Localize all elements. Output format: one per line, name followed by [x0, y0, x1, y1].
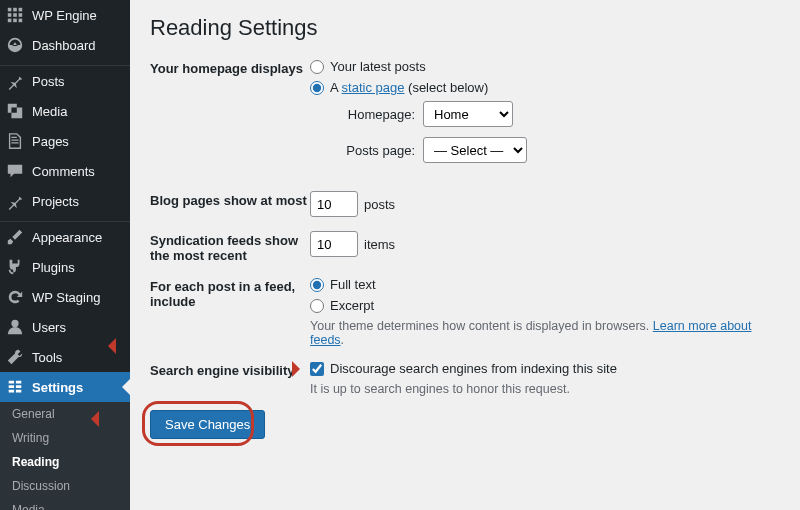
annotation-arrow-icon — [83, 411, 99, 427]
radio-full-text[interactable] — [310, 278, 324, 292]
select-homepage[interactable]: Home — [423, 101, 513, 127]
label-feed-include: For each post in a feed, include — [150, 277, 310, 309]
menu-label: Projects — [32, 194, 79, 209]
radio-label: Full text — [330, 277, 376, 292]
feed-description: Your theme determines how content is dis… — [310, 319, 780, 347]
radio-excerpt[interactable] — [310, 299, 324, 313]
radio-label: A static page (select below) — [330, 80, 488, 95]
page-title: Reading Settings — [150, 15, 780, 41]
input-blog-pages[interactable] — [310, 191, 358, 217]
sev-description: It is up to search engines to honor this… — [310, 382, 780, 396]
sidebar-item-plugins[interactable]: Plugins — [0, 252, 130, 282]
user-icon — [6, 318, 24, 336]
subitem-general[interactable]: General — [0, 402, 130, 426]
checkbox-label: Discourage search engines from indexing … — [330, 361, 617, 376]
label-blog-pages: Blog pages show at most — [150, 191, 310, 208]
menu-label: Pages — [32, 134, 69, 149]
brush-icon — [6, 228, 24, 246]
menu-label: Posts — [32, 74, 65, 89]
menu-label: Tools — [32, 350, 62, 365]
subitem-discussion[interactable]: Discussion — [0, 474, 130, 498]
radio-label: Your latest posts — [330, 59, 426, 74]
svg-rect-3 — [8, 13, 12, 17]
sidebar-item-wpstaging[interactable]: WP Staging — [0, 282, 130, 312]
static-page-link[interactable]: static page — [342, 80, 405, 95]
svg-rect-2 — [19, 8, 23, 12]
annotation-arrow-icon — [292, 361, 308, 377]
radio-latest-posts[interactable] — [310, 60, 324, 74]
settings-icon — [6, 378, 24, 396]
label-homepage: Homepage: — [340, 107, 415, 122]
unit-posts: posts — [364, 197, 395, 212]
menu-label: Appearance — [32, 230, 102, 245]
menu-label: WP Engine — [32, 8, 97, 23]
sidebar-item-posts[interactable]: Posts — [0, 66, 130, 96]
sidebar-item-dashboard[interactable]: Dashboard — [0, 30, 130, 60]
svg-rect-0 — [8, 8, 12, 12]
label-homepage-displays: Your homepage displays — [150, 59, 310, 76]
sidebar-item-media[interactable]: Media — [0, 96, 130, 126]
menu-label: Settings — [32, 380, 83, 395]
input-syndication[interactable] — [310, 231, 358, 257]
svg-rect-7 — [13, 19, 17, 23]
subitem-writing[interactable]: Writing — [0, 426, 130, 450]
label-posts-page: Posts page: — [340, 143, 415, 158]
text: (select below) — [404, 80, 488, 95]
label-search-visibility: Search engine visibility — [150, 361, 310, 378]
pin-icon — [6, 72, 24, 90]
sidebar-item-appearance[interactable]: Appearance — [0, 222, 130, 252]
checkbox-discourage-indexing[interactable] — [310, 362, 324, 376]
sidebar-item-pages[interactable]: Pages — [0, 126, 130, 156]
main-content: Reading Settings Your homepage displays … — [130, 0, 800, 510]
radio-label: Excerpt — [330, 298, 374, 313]
svg-rect-8 — [19, 19, 23, 23]
unit-items: items — [364, 237, 395, 252]
subitem-reading[interactable]: Reading — [0, 450, 130, 474]
refresh-icon — [6, 288, 24, 306]
menu-label: WP Staging — [32, 290, 100, 305]
wpengine-icon — [6, 6, 24, 24]
text: A — [330, 80, 342, 95]
svg-point-9 — [11, 320, 18, 327]
comments-icon — [6, 162, 24, 180]
sidebar-item-comments[interactable]: Comments — [0, 156, 130, 186]
save-changes-button[interactable]: Save Changes — [150, 410, 265, 439]
menu-label: Users — [32, 320, 66, 335]
text: Your theme determines how content is dis… — [310, 319, 653, 333]
label-syndication: Syndication feeds show the most recent — [150, 231, 310, 263]
select-posts-page[interactable]: — Select — — [423, 137, 527, 163]
svg-rect-4 — [13, 13, 17, 17]
menu-label: Media — [32, 104, 67, 119]
sidebar-item-projects[interactable]: Projects — [0, 186, 130, 216]
pin-icon — [6, 192, 24, 210]
menu-label: Plugins — [32, 260, 75, 275]
wrench-icon — [6, 348, 24, 366]
radio-static-page[interactable] — [310, 81, 324, 95]
menu-label: Dashboard — [32, 38, 96, 53]
sidebar-item-settings[interactable]: Settings — [0, 372, 130, 402]
svg-rect-1 — [13, 8, 17, 12]
annotation-arrow-icon — [100, 338, 116, 354]
pages-icon — [6, 132, 24, 150]
svg-rect-5 — [19, 13, 23, 17]
menu-label: Comments — [32, 164, 95, 179]
svg-rect-6 — [8, 19, 12, 23]
plug-icon — [6, 258, 24, 276]
media-icon — [6, 102, 24, 120]
admin-sidebar: WP Engine Dashboard Posts Media Pages Co… — [0, 0, 130, 510]
subitem-media[interactable]: Media — [0, 498, 130, 510]
dashboard-icon — [6, 36, 24, 54]
sidebar-item-wpengine[interactable]: WP Engine — [0, 0, 130, 30]
